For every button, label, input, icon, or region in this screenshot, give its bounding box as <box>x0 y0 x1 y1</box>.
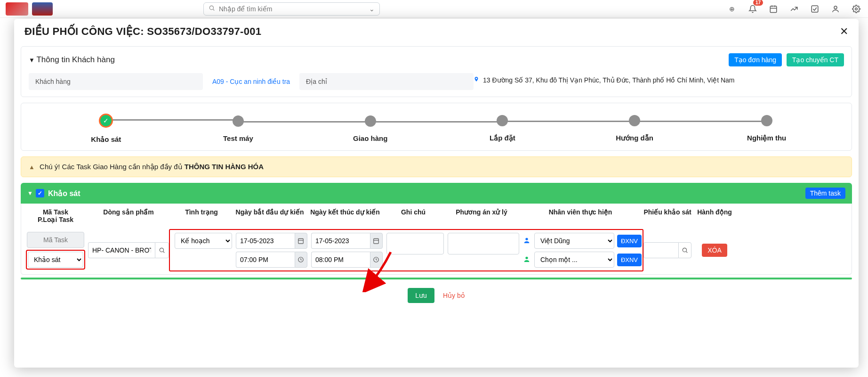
create-order-button[interactable]: Tạo đơn hàng <box>729 53 782 66</box>
progress-stepper: ✓Khảo sát Test máy Giao hàng Lắp đặt Hướ… <box>21 103 852 151</box>
notification-count-badge: 17 <box>753 0 763 6</box>
task-section-title: Khảo sát <box>48 189 80 198</box>
svg-line-10 <box>163 252 165 253</box>
svg-rect-11 <box>298 238 304 243</box>
survey-search-button[interactable] <box>678 242 691 258</box>
task-section-header[interactable]: ▼ ✓ Khảo sát Thêm task <box>21 183 852 204</box>
collapse-icon: ▼ <box>27 190 33 197</box>
product-search-button[interactable] <box>155 242 169 258</box>
section-check-icon: ✓ <box>36 189 44 197</box>
svg-point-0 <box>209 6 213 9</box>
save-button[interactable]: Lưu <box>408 288 434 303</box>
calendar-icon[interactable] <box>767 3 780 15</box>
calendar-icon[interactable] <box>370 233 383 249</box>
clock-icon[interactable] <box>295 252 307 268</box>
start-date-input[interactable] <box>236 233 295 249</box>
svg-line-20 <box>686 252 688 253</box>
staff-select-2[interactable]: Chọn một ... <box>534 252 614 268</box>
survey-input[interactable] <box>643 242 678 258</box>
create-trip-button[interactable]: Tạo chuyến CT <box>787 53 844 66</box>
cancel-link[interactable]: Hủy bỏ <box>443 292 465 299</box>
step-giao-hang[interactable]: Giao hàng <box>304 115 436 142</box>
dxnv-button-1[interactable]: ĐXNV <box>617 235 642 247</box>
user-icon[interactable] <box>829 3 842 15</box>
modal-title: ĐIỀU PHỐI CÔNG VIỆC: SO35673/DO33797-001 <box>24 25 261 38</box>
chart-icon[interactable] <box>788 3 800 15</box>
user-icon <box>523 255 531 264</box>
map-pin-icon <box>474 76 481 84</box>
step-huong-dan[interactable]: Hướng dẫn <box>569 115 701 142</box>
svg-point-18 <box>525 256 528 259</box>
task-code-input <box>27 232 84 248</box>
end-time-input[interactable] <box>311 252 370 268</box>
svg-rect-2 <box>770 6 777 13</box>
table-row: Khảo sát Kế hoạch <box>21 229 852 274</box>
step-khao-sat[interactable]: ✓Khảo sát <box>40 114 172 144</box>
svg-point-9 <box>160 248 163 252</box>
add-task-button[interactable]: Thêm task <box>805 188 845 199</box>
alert-text: Chú ý! Các Task Giao Hàng cần nhập đầy đ… <box>40 163 185 171</box>
customer-section-title: Thông tin Khách hàng <box>29 55 115 65</box>
step-nghiem-thu[interactable]: Nghiệm thu <box>700 115 833 142</box>
end-date-input[interactable] <box>311 233 370 249</box>
global-search[interactable]: Nhập để tìm kiếm ⌄ <box>203 2 380 16</box>
app-logo-2 <box>32 2 53 16</box>
check-square-icon[interactable] <box>809 3 821 15</box>
svg-rect-6 <box>812 6 818 12</box>
note-textarea[interactable] <box>386 233 444 254</box>
staff-select-1[interactable]: Việt Dũng <box>534 233 614 249</box>
bell-icon[interactable]: 17 <box>747 3 759 15</box>
close-icon[interactable]: ✕ <box>840 25 848 38</box>
plan-textarea[interactable] <box>448 233 519 254</box>
start-time-input[interactable] <box>236 252 295 268</box>
task-table: Mã TaskP.Loại Task Dòng sản phẩm Tình tr… <box>21 204 852 275</box>
dispatch-modal: ĐIỀU PHỐI CÔNG VIỆC: SO35673/DO33797-001… <box>14 19 859 368</box>
gear-icon[interactable] <box>850 3 862 15</box>
address-label: Địa chỉ <box>299 73 474 90</box>
customer-label: Khách hàng <box>29 73 203 90</box>
step-lap-dat[interactable]: Lắp đặt <box>436 115 569 142</box>
app-logo-1 <box>6 2 28 16</box>
add-icon[interactable]: ⊕ <box>726 3 738 15</box>
task-type-select[interactable]: Khảo sát <box>28 252 83 268</box>
top-bar: Nhập để tìm kiếm ⌄ ⊕ 17 <box>0 0 868 18</box>
product-line-input[interactable] <box>88 242 155 258</box>
status-select[interactable]: Kế hoạch <box>175 233 232 249</box>
svg-point-7 <box>834 6 837 9</box>
table-header: Mã TaskP.Loại Task Dòng sản phẩm Tình tr… <box>21 204 852 229</box>
svg-point-17 <box>525 238 528 240</box>
customer-value-link[interactable]: A09 - Cục an ninh điều tra <box>212 73 290 90</box>
svg-point-19 <box>683 248 686 252</box>
clock-icon[interactable] <box>370 252 383 268</box>
warning-alert: Chú ý! Các Task Giao Hàng cần nhập đầy đ… <box>21 156 852 177</box>
calendar-icon[interactable] <box>295 233 307 249</box>
user-icon <box>523 237 531 246</box>
search-icon <box>209 5 215 13</box>
customer-section: Thông tin Khách hàng Tạo đơn hàng Tạo ch… <box>21 46 852 97</box>
alert-bold: THÔNG TIN HÀNG HÓA <box>185 163 264 171</box>
svg-point-8 <box>855 8 858 10</box>
svg-line-1 <box>213 9 215 11</box>
delete-row-button[interactable]: XÓA <box>702 244 727 257</box>
global-search-placeholder: Nhập để tìm kiếm <box>219 5 272 13</box>
svg-rect-14 <box>374 238 379 243</box>
chevron-down-icon: ⌄ <box>369 5 375 13</box>
address-value: 13 Đường Số 37, Khu đô Thị Vạn Phúc, Thủ… <box>483 76 735 84</box>
dxnv-button-2[interactable]: ĐXNV <box>617 254 642 266</box>
